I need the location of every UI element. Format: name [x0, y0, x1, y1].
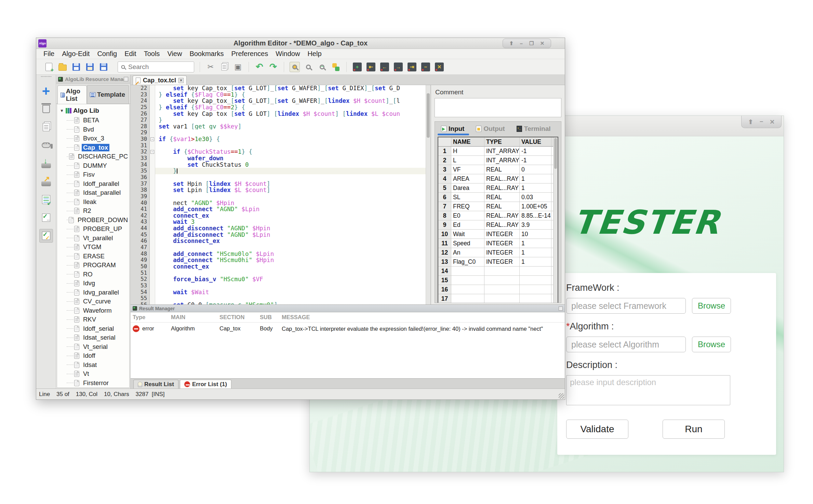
check-run-button[interactable] [39, 229, 53, 243]
tree-item-cv_curve[interactable]: CV_curve [59, 297, 129, 306]
code-line-24[interactable]: 24 set key Cap_tox_[set G_LOT]_[set G_WA… [131, 98, 430, 104]
table-cell[interactable]: 1 [520, 239, 551, 248]
bookmark-first-button[interactable]: ⇤ [366, 62, 376, 72]
tree-item-bvd[interactable]: Bvd [59, 125, 129, 134]
code-line-23[interactable]: 23} elseif {$Flag_C0==1} { [131, 92, 430, 98]
table-cell[interactable]: INTEGER [484, 257, 520, 267]
tree-item-cap_tox[interactable]: Cap_tox [59, 143, 129, 152]
fold-collapse-icon[interactable]: − [150, 150, 154, 154]
table-cell[interactable] [451, 267, 484, 276]
code-line-52[interactable]: 52 force_bias_v "HScmu0" $VF [131, 276, 430, 283]
table-cell[interactable]: Wait [451, 230, 484, 239]
code-line-54[interactable]: 54 wait $Wait [131, 289, 430, 296]
io-tab-input[interactable]: Input [441, 125, 464, 134]
code-line-45[interactable]: 45 add_disconnect "AGND" $Lpin [131, 232, 430, 238]
code-line-47[interactable]: 47 [131, 244, 430, 251]
stamp-button[interactable] [39, 138, 53, 152]
table-cell[interactable]: INTEGER [484, 230, 520, 239]
bookmark-add-button[interactable]: + [352, 62, 362, 72]
code-line-49[interactable]: 49 add_connect "HScmu0hi" $Hpin [131, 257, 430, 263]
table-cell[interactable]: H [451, 147, 484, 156]
shade-button[interactable]: ⬆ [748, 118, 753, 126]
tree-item-prober_down[interactable]: PROBER_DOWN [59, 216, 129, 225]
editor-scrollbar[interactable] [426, 85, 430, 304]
tree-item-prober_up[interactable]: PROBER_UP [59, 224, 129, 234]
swap-button[interactable] [331, 62, 341, 72]
add-button[interactable]: + [39, 84, 53, 98]
result-manager-detach-button[interactable] [559, 307, 563, 311]
table-cell[interactable]: REAL...RAY [484, 174, 520, 183]
tree-item-vt[interactable]: Vt [59, 369, 129, 379]
tree-item-idsat[interactable]: Idsat [59, 360, 129, 370]
table-cell[interactable] [520, 285, 551, 294]
menu-window[interactable]: Window [272, 50, 304, 58]
table-cell[interactable] [520, 276, 551, 285]
tree-item-discharge_pc[interactable]: DISCHARGE_PC [59, 152, 129, 161]
table-cell[interactable]: REAL [484, 165, 520, 174]
table-cell[interactable] [451, 294, 484, 303]
table-cell[interactable]: Darea [451, 183, 484, 193]
tree-item-beta[interactable]: BETA [59, 116, 129, 125]
comment-input[interactable] [435, 98, 561, 117]
table-cell[interactable]: INTEGER [484, 248, 520, 257]
table-cell[interactable]: -1 [520, 156, 551, 165]
tree-item-bvox_3[interactable]: Bvox_3 [59, 134, 129, 143]
tree-item-vtgm[interactable]: VTGM [59, 243, 129, 252]
search-box[interactable] [118, 62, 194, 72]
tree-item-lk_time[interactable]: LK_time [59, 387, 129, 388]
code-line-34[interactable]: 34 set ChuckStatus 0 [131, 162, 430, 168]
code-line-35[interactable]: 35 } [131, 168, 430, 174]
tree-item-ileak[interactable]: Ileak [59, 197, 129, 207]
code-line-41[interactable]: 41 add_connect "AGND" $Lpin [131, 206, 430, 213]
tree-root[interactable]: ▼ Algo Lib [59, 106, 129, 116]
tree-item-r2[interactable]: R2 [59, 206, 129, 216]
check-button[interactable] [39, 211, 53, 224]
table-cell[interactable] [451, 276, 484, 285]
table-cell[interactable]: REAL...RAY [484, 183, 520, 193]
io-tab-output[interactable]: Output [476, 125, 505, 134]
run-button[interactable]: Run [663, 420, 725, 439]
close-button[interactable]: ✕ [540, 40, 545, 46]
undo-button[interactable]: ↶ [254, 62, 265, 72]
tree-item-idsat_parallel[interactable]: Idsat_parallel [59, 188, 129, 197]
bookmark-toggle-button[interactable]: − [421, 62, 431, 72]
table-scrollbar[interactable] [553, 137, 558, 303]
tree-item-erase[interactable]: ERASE [59, 252, 129, 261]
code-line-53[interactable]: 53 [131, 283, 430, 289]
menu-algo-edit[interactable]: Algo-Edit [58, 50, 93, 58]
code-editor[interactable]: 22 set key Cap_tox_[set G_LOT]_[set G_WA… [131, 85, 431, 304]
algorithm-input[interactable] [566, 337, 686, 352]
table-cell[interactable] [484, 276, 520, 285]
sidebar-tab-algo-list[interactable]: Algo List [57, 85, 87, 104]
sidebar-tab-template[interactable]: Template [87, 85, 129, 104]
table-cell[interactable]: AREA [451, 174, 484, 183]
menu-help[interactable]: Help [304, 50, 325, 58]
tree-item-idoff[interactable]: Idoff [59, 351, 129, 360]
table-cell[interactable]: 1 [520, 183, 551, 193]
save-as-button[interactable] [98, 62, 109, 72]
validate-button[interactable]: Validate [566, 420, 628, 439]
bookmark-last-button[interactable]: ⇥ [407, 62, 417, 72]
code-line-31[interactable]: 31 [131, 142, 430, 149]
minimize-button[interactable]: − [520, 41, 523, 46]
code-line-51[interactable]: 51 [131, 270, 430, 276]
code-line-25[interactable]: 25} elseif {$Flag_C0==2} { [131, 104, 430, 111]
maximize-button[interactable]: ❒ [529, 40, 534, 46]
copy-button[interactable] [39, 120, 53, 134]
title-bar[interactable]: Algo Algorithm Editor - *DEMO_algo - Cap… [36, 38, 565, 49]
paste-button[interactable]: ▣ [233, 62, 243, 72]
framework-browse-button[interactable]: Browse [692, 298, 731, 314]
table-cell[interactable] [451, 285, 484, 294]
tab-result-list[interactable]: Result List [133, 380, 178, 389]
shade-button[interactable]: ⬆ [509, 40, 514, 46]
table-cell[interactable]: 1 [520, 248, 551, 257]
delete-button[interactable] [39, 102, 53, 116]
table-cell[interactable]: REAL [484, 193, 520, 202]
tree-item-idsat_serial[interactable]: Idsat_serial [59, 333, 129, 342]
table-cell[interactable] [484, 267, 520, 276]
bookmark-clear-button[interactable]: ✕ [434, 62, 444, 72]
code-line-29[interactable]: 29 [131, 130, 430, 136]
table-cell[interactable]: 1.00E+05 [520, 202, 551, 211]
table-cell[interactable]: Flag_C0 [451, 257, 484, 267]
tree-item-idvg[interactable]: Idvg [59, 279, 129, 288]
